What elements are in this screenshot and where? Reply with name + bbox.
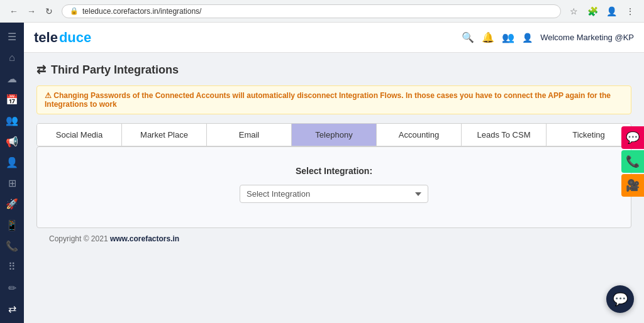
page-content: ⇄ Third Party Integrations ⚠ Changing Pa… — [24, 53, 644, 323]
main-content: teleduce 🔍 🔔 👥 👤 Welcome Marketing @KP ⇄… — [24, 23, 644, 323]
sidebar-icon-home[interactable]: ⌂ — [2, 48, 22, 67]
tab-market-place[interactable]: Market Place — [122, 124, 207, 146]
top-header: teleduce 🔍 🔔 👥 👤 Welcome Marketing @KP — [24, 23, 644, 53]
select-integration-dropdown[interactable]: Select Integration Exotel Knowlarity Ozo… — [240, 185, 428, 203]
select-integration-wrapper: Select Integration Exotel Knowlarity Ozo… — [50, 185, 618, 203]
header-right: 🔍 🔔 👥 👤 Welcome Marketing @KP — [462, 31, 634, 43]
menu-dots-icon[interactable]: ⋮ — [623, 4, 638, 19]
browser-chrome: ← → ↻ 🔒 teleduce.corefactors.in/integrat… — [0, 0, 644, 23]
float-btn-green[interactable]: 📞 — [621, 150, 644, 173]
sidebar-icon-contact[interactable]: 👤 — [2, 153, 22, 172]
refresh-button[interactable]: ↻ — [42, 4, 57, 19]
extensions-icon[interactable]: 🧩 — [585, 4, 600, 19]
footer: Copyright © 2021 www.corefactors.in — [36, 228, 631, 249]
sidebar-icon-users[interactable]: 👥 — [2, 111, 22, 129]
page-title: ⇄ Third Party Integrations — [36, 63, 631, 77]
lock-icon: 🔒 — [70, 7, 79, 15]
sidebar-icon-grid[interactable]: ⊞ — [2, 174, 22, 192]
logo-tele: tele — [34, 30, 58, 46]
sidebar-icon-edit[interactable]: ✏ — [2, 278, 22, 297]
footer-link[interactable]: www.corefactors.in — [110, 234, 179, 243]
tab-email[interactable]: Email — [207, 124, 292, 146]
content-box: Select Integration: Select Integration E… — [36, 146, 631, 228]
sidebar-icon-calendar[interactable]: 📅 — [2, 90, 22, 109]
float-btn-red[interactable]: 💬 — [621, 126, 644, 149]
back-button[interactable]: ← — [6, 4, 21, 19]
sidebar-icon-mobile[interactable]: 📱 — [2, 216, 22, 234]
tab-leads-to-csm[interactable]: Leads To CSM — [462, 124, 547, 146]
bookmark-icon[interactable]: ☆ — [566, 4, 581, 19]
tabs-container: Social Media Market Place Email Telephon… — [36, 123, 631, 146]
logo-duce: duce — [59, 30, 91, 46]
tab-social-media[interactable]: Social Media — [37, 124, 122, 146]
tab-ticketing[interactable]: Ticketing — [547, 124, 631, 146]
sidebar-icon-integrations[interactable]: ⇄ — [2, 300, 22, 318]
footer-copyright: Copyright © 2021 — [49, 234, 110, 243]
browser-nav-buttons: ← → ↻ — [6, 4, 57, 19]
logo: teleduce — [34, 30, 91, 46]
sidebar-icon-apps[interactable]: ⠿ — [2, 258, 22, 276]
tab-telephony[interactable]: Telephony — [292, 124, 377, 146]
address-bar[interactable]: 🔒 teleduce.corefactors.in/integrations/ — [62, 4, 561, 18]
notification-icon[interactable]: 🔔 — [482, 31, 494, 43]
app-container: ☰ ⌂ ☁ 📅 👥 📢 👤 ⊞ 🚀 📱 📞 ⠿ ✏ ⇄ teleduce 🔍 🔔… — [0, 23, 644, 323]
search-icon[interactable]: 🔍 — [462, 31, 474, 43]
sidebar-icon-menu[interactable]: ☰ — [2, 28, 22, 46]
browser-toolbar: ☆ 🧩 👤 ⋮ — [566, 4, 638, 19]
warning-text: ⚠ Changing Passwords of the Connected Ac… — [45, 91, 623, 109]
float-btn-orange[interactable]: 🎥 — [621, 174, 644, 197]
profile-icon[interactable]: 👤 — [604, 4, 619, 19]
page-title-text: Third Party Integrations — [51, 63, 179, 77]
chat-button[interactable]: 💬 — [606, 285, 634, 313]
welcome-text: Welcome Marketing @KP — [540, 33, 634, 42]
floating-actions: 💬 📞 🎥 — [621, 126, 644, 197]
sidebar-icon-rocket[interactable]: 🚀 — [2, 195, 22, 213]
warning-banner: ⚠ Changing Passwords of the Connected Ac… — [36, 85, 631, 114]
sidebar-icon-phone[interactable]: 📞 — [2, 237, 22, 255]
sidebar: ☰ ⌂ ☁ 📅 👥 📢 👤 ⊞ 🚀 📱 📞 ⠿ ✏ ⇄ — [0, 23, 24, 323]
contacts-icon[interactable]: 👥 — [502, 31, 514, 43]
user-icon: 👤 — [522, 33, 533, 43]
select-integration-label: Select Integration: — [50, 166, 618, 176]
sidebar-icon-megaphone[interactable]: 📢 — [2, 132, 22, 150]
forward-button[interactable]: → — [24, 4, 39, 19]
tab-accounting[interactable]: Accounting — [377, 124, 462, 146]
sidebar-icon-cloud[interactable]: ☁ — [2, 70, 22, 88]
page-title-icon: ⇄ — [36, 63, 46, 77]
url-text: teleduce.corefactors.in/integrations/ — [82, 7, 553, 16]
